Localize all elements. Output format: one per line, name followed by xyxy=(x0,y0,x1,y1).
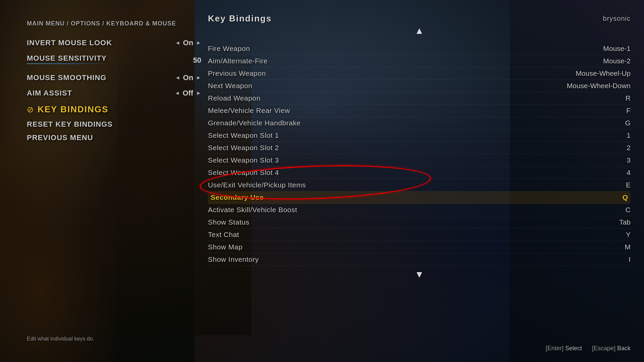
keybind-action: Previous Weapon xyxy=(208,69,266,77)
keybind-action: Use/Exit Vehicle/Pickup Items xyxy=(208,181,306,189)
keybind-row[interactable]: Aim/Alternate-Fire Mouse-2 xyxy=(208,55,631,67)
keybind-action: Show Status xyxy=(208,218,249,226)
keybind-action: Next Weapon xyxy=(208,82,252,90)
keybind-row[interactable]: Next Weapon Mouse-Wheel-Down xyxy=(208,80,631,92)
keybind-action: Secondary Use xyxy=(211,193,264,201)
scroll-down-button[interactable]: ▼ xyxy=(208,269,631,280)
invert-mouse-label: INVERT MOUSE LOOK xyxy=(27,39,112,47)
control-hint: [Enter] Select xyxy=(546,345,582,352)
aim-assist-label: AIM ASSIST xyxy=(27,89,72,98)
arrow-left-icon[interactable]: ◄ xyxy=(175,40,180,46)
keybind-action: Select Weapon Slot 1 xyxy=(208,131,279,139)
reset-key-bindings-button[interactable]: RESET KEY BINDINGS xyxy=(27,120,201,129)
keybind-action: Activate Skill/Vehicle Boost xyxy=(208,206,297,214)
keybind-key: I xyxy=(577,255,631,263)
keybind-key: 1 xyxy=(577,131,631,139)
keybind-row[interactable]: Show Inventory I xyxy=(208,253,631,266)
keybind-row[interactable]: Reload Weapon R xyxy=(208,92,631,105)
control-hint: [Escape] Back xyxy=(592,345,631,352)
control-key: [Enter] xyxy=(546,345,564,352)
keybind-row[interactable]: Previous Weapon Mouse-Wheel-Up xyxy=(208,67,631,80)
keybind-key: 2 xyxy=(577,144,631,152)
setting-aim-assist[interactable]: AIM ASSIST ◄ Off ► xyxy=(27,87,201,99)
panel-title: Key Bindings xyxy=(208,13,272,24)
hint-text: Edit what individual keys do. xyxy=(27,336,94,342)
keybind-action: Text Chat xyxy=(208,231,239,239)
keybind-key: 3 xyxy=(577,156,631,164)
keybind-row[interactable]: Use/Exit Vehicle/Pickup Items E xyxy=(208,179,631,191)
mouse-sensitivity-label: MOUSE SENSITIVITY xyxy=(27,54,107,62)
setting-invert-mouse[interactable]: INVERT MOUSE LOOK ◄ On ► xyxy=(27,37,201,49)
keybind-action: Select Weapon Slot 3 xyxy=(208,156,279,164)
keybind-row[interactable]: Select Weapon Slot 2 2 xyxy=(208,142,631,154)
keybind-row[interactable]: Select Weapon Slot 1 1 xyxy=(208,129,631,142)
aim-arrow-left[interactable]: ◄ xyxy=(175,90,180,96)
breadcrumb: MAIN MENU / OPTIONS / KEYBOARD & MOUSE xyxy=(27,20,201,27)
smooth-arrow-left[interactable]: ◄ xyxy=(175,75,180,81)
keybind-action: Aim/Alternate-Fire xyxy=(208,57,268,65)
aim-assist-value[interactable]: ◄ Off ► xyxy=(175,89,201,98)
keybind-key: F xyxy=(577,107,631,115)
username: brysonic xyxy=(603,15,631,22)
keybind-key: C xyxy=(577,206,631,214)
aim-assist-val: Off xyxy=(182,89,193,98)
invert-mouse-value[interactable]: ◄ On ► xyxy=(175,39,201,47)
keybind-action: Show Inventory xyxy=(208,255,259,263)
keybind-key: R xyxy=(577,94,631,102)
bottom-controls: [Enter] Select[Escape] Back xyxy=(546,345,631,352)
keybind-key: Tab xyxy=(577,218,631,226)
keybind-row[interactable]: Activate Skill/Vehicle Boost C xyxy=(208,204,631,216)
mouse-smoothing-val: On xyxy=(183,73,194,82)
mouse-smoothing-value[interactable]: ◄ On ► xyxy=(175,73,201,82)
aim-arrow-right[interactable]: ► xyxy=(196,90,201,96)
keybind-list: Fire Weapon Mouse-1 Aim/Alternate-Fire M… xyxy=(208,43,631,266)
keybind-action: Fire Weapon xyxy=(208,45,250,53)
previous-menu-button[interactable]: PREVIOUS MENU xyxy=(27,133,201,142)
keybind-key: Mouse-Wheel-Down xyxy=(567,82,631,90)
mouse-smoothing-label: MOUSE SMOOTHING xyxy=(27,73,106,82)
sensitivity-slider-line[interactable] xyxy=(27,63,107,64)
keybind-row[interactable]: Show Map M xyxy=(208,241,631,253)
keybind-row[interactable]: Secondary Use Q xyxy=(208,191,631,204)
keybind-action: Grenade/Vehicle Handbrake xyxy=(208,119,301,127)
right-panel: Key Bindings brysonic ▲ Fire Weapon Mous… xyxy=(208,13,631,280)
keybind-key: G xyxy=(577,119,631,127)
keybind-action: Reload Weapon xyxy=(208,94,261,102)
keybind-action: Show Map xyxy=(208,243,243,251)
setting-mouse-smoothing[interactable]: MOUSE SMOOTHING ◄ On ► xyxy=(27,72,201,83)
smooth-arrow-right[interactable]: ► xyxy=(196,75,201,81)
keybind-row[interactable]: Select Weapon Slot 3 3 xyxy=(208,154,631,167)
key-bindings-menu-item[interactable]: ⊘ KEY BINDINGS xyxy=(27,104,201,115)
keybind-row[interactable]: Select Weapon Slot 4 4 xyxy=(208,167,631,179)
keybind-key: Mouse-Wheel-Up xyxy=(576,69,631,77)
key-bindings-icon: ⊘ xyxy=(27,105,34,114)
mouse-sensitivity-value: 50 xyxy=(193,56,201,65)
keybind-row[interactable]: Text Chat Y xyxy=(208,229,631,241)
keybind-row[interactable]: Grenade/Vehicle Handbrake G xyxy=(208,117,631,129)
control-key: [Escape] xyxy=(592,345,615,352)
panel-header: Key Bindings brysonic xyxy=(208,13,631,26)
keybind-key: E xyxy=(577,181,631,189)
keybind-row[interactable]: Fire Weapon Mouse-1 xyxy=(208,43,631,55)
settings-list: INVERT MOUSE LOOK ◄ On ► MOUSE SENSITIVI… xyxy=(27,37,201,99)
arrow-right-icon[interactable]: ► xyxy=(196,40,201,46)
keybind-key: 4 xyxy=(577,169,631,177)
keybind-row[interactable]: Show Status Tab xyxy=(208,216,631,229)
keybind-key: Mouse-1 xyxy=(577,45,631,53)
key-bindings-label: KEY BINDINGS xyxy=(38,104,108,115)
keybind-key: Q xyxy=(574,193,628,201)
bottom-hint: Edit what individual keys do. xyxy=(27,336,94,342)
keybind-action: Select Weapon Slot 4 xyxy=(208,169,279,177)
keybind-row[interactable]: Melee/Vehicle Rear View F xyxy=(208,105,631,117)
keybind-key: Y xyxy=(577,231,631,239)
keybind-key: Mouse-2 xyxy=(577,57,631,65)
scroll-up-button[interactable]: ▲ xyxy=(415,25,424,36)
keybind-action: Melee/Vehicle Rear View xyxy=(208,107,290,115)
left-panel: MAIN MENU / OPTIONS / KEYBOARD & MOUSE I… xyxy=(27,20,201,147)
keybind-action: Select Weapon Slot 2 xyxy=(208,144,279,152)
invert-mouse-val: On xyxy=(183,39,194,47)
setting-mouse-sensitivity[interactable]: MOUSE SENSITIVITY 50 xyxy=(27,53,201,68)
keybind-key: M xyxy=(577,243,631,251)
